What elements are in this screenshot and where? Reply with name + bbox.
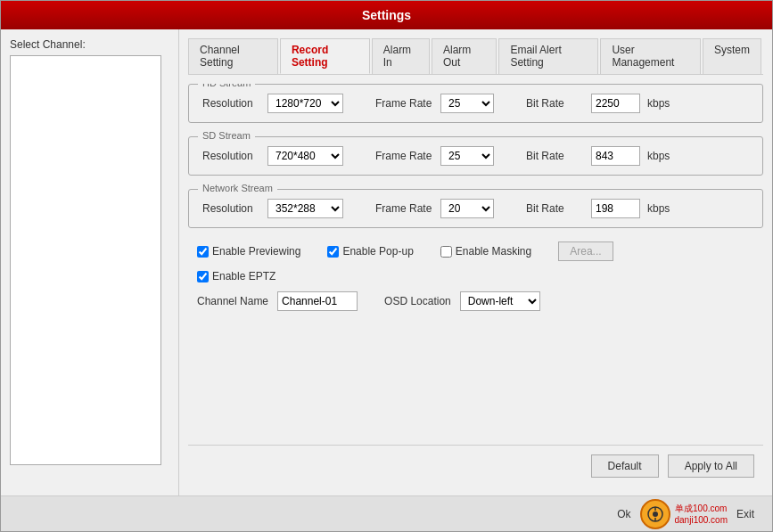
settings-window: Settings Select Channel: Channel Setting… <box>0 0 773 532</box>
default-button[interactable]: Default <box>591 454 659 478</box>
net-bitrate-label: Bit Rate <box>526 202 584 215</box>
hd-resolution-label: Resolution <box>202 97 260 110</box>
osd-location-select[interactable]: Down-left Down-right Up-left Up-right <box>460 291 540 311</box>
logo-icon <box>640 499 670 529</box>
area-button[interactable]: Area... <box>558 241 613 261</box>
tab-channel-setting[interactable]: Channel Setting <box>188 38 278 74</box>
enable-popup-item: Enable Pop-up <box>327 245 413 258</box>
sd-resolution-select[interactable]: 720*480 640*480 320*240 <box>267 146 343 166</box>
enable-popup-label: Enable Pop-up <box>342 245 413 258</box>
main-panel: Channel Setting Record Setting Alarm In … <box>179 29 772 495</box>
network-stream-row: Resolution 352*288 320*240 176*144 Frame… <box>202 199 749 218</box>
bottom-buttons: Default Apply to All <box>188 445 763 487</box>
hd-bitrate-label: Bit Rate <box>526 97 584 110</box>
enable-previewing-checkbox[interactable] <box>197 246 209 258</box>
channel-name-label: Channel Name <box>197 295 268 307</box>
channel-name-input[interactable] <box>277 291 358 311</box>
sd-stream-title: SD Stream <box>198 130 255 141</box>
enable-previewing-label: Enable Previewing <box>212 245 300 258</box>
hd-framerate-select[interactable]: 25 15 10 <box>440 94 494 113</box>
settings-content: HD Stream Resolution 1280*720 1920*1080 … <box>188 84 763 445</box>
net-bitrate-unit: kbps <box>647 202 670 215</box>
enable-masking-item: Enable Masking <box>440 245 531 258</box>
options-row-2: Enable EPTZ <box>188 270 763 282</box>
hd-bitrate-unit: kbps <box>647 97 670 110</box>
tab-system[interactable]: System <box>703 38 761 74</box>
tab-bar: Channel Setting Record Setting Alarm In … <box>188 38 763 75</box>
sd-stream-group: SD Stream Resolution 720*480 640*480 320… <box>188 136 763 176</box>
exit-button[interactable]: Exit <box>736 508 754 520</box>
hd-framerate-label: Frame Rate <box>375 97 433 110</box>
net-framerate-label: Frame Rate <box>375 202 433 215</box>
watermark-text: 单成100.com danji100.com <box>675 503 728 526</box>
sd-framerate-label: Frame Rate <box>375 150 433 162</box>
enable-masking-checkbox[interactable] <box>440 246 452 258</box>
sd-framerate-select[interactable]: 25 15 10 <box>440 146 494 166</box>
channel-list[interactable] <box>10 55 161 465</box>
hd-stream-group: HD Stream Resolution 1280*720 1920*1080 … <box>188 84 763 123</box>
apply-to-all-button[interactable]: Apply to All <box>668 454 754 478</box>
net-bitrate-input[interactable] <box>591 199 640 218</box>
tab-alarm-out[interactable]: Alarm Out <box>432 38 497 74</box>
sd-stream-row: Resolution 720*480 640*480 320*240 Frame… <box>202 146 749 166</box>
enable-eptz-checkbox[interactable] <box>197 271 209 282</box>
hd-stream-title: HD Stream <box>198 84 255 88</box>
footer-logo: 单成100.com danji100.com <box>640 499 728 529</box>
options-row-1: Enable Previewing Enable Pop-up Enable M… <box>188 241 763 261</box>
tab-user-mgmt[interactable]: User Management <box>600 38 701 74</box>
net-resolution-select[interactable]: 352*288 320*240 176*144 <box>267 199 343 218</box>
footer-bar: Ok 单成100.com danji100.com Exit <box>1 495 772 531</box>
channel-label: Select Channel: <box>10 38 169 51</box>
tab-record-setting[interactable]: Record Setting <box>280 38 370 74</box>
hd-resolution-select[interactable]: 1280*720 1920*1080 640*480 <box>267 94 343 113</box>
network-stream-group: Network Stream Resolution 352*288 320*24… <box>188 189 763 228</box>
ok-button[interactable]: Ok <box>617 508 630 520</box>
osd-location-label: OSD Location <box>384 295 451 307</box>
tab-alarm-in[interactable]: Alarm In <box>372 38 430 74</box>
hd-bitrate-input[interactable] <box>591 94 640 113</box>
tab-email-alert[interactable]: Email Alert Setting <box>498 38 598 74</box>
svg-point-1 <box>653 512 658 517</box>
sidebar: Select Channel: <box>1 29 179 495</box>
net-framerate-select[interactable]: 20 15 10 <box>440 199 494 218</box>
title-bar: Settings <box>1 1 772 29</box>
enable-eptz-label: Enable EPTZ <box>212 270 275 282</box>
window-title: Settings <box>362 8 411 22</box>
net-resolution-label: Resolution <box>202 202 260 215</box>
enable-eptz-item: Enable EPTZ <box>197 270 275 282</box>
enable-masking-label: Enable Masking <box>456 245 531 258</box>
sd-resolution-label: Resolution <box>202 150 260 162</box>
sd-bitrate-label: Bit Rate <box>526 150 584 162</box>
sd-bitrate-unit: kbps <box>647 150 670 162</box>
channel-name-row: Channel Name OSD Location Down-left Down… <box>188 291 763 311</box>
enable-popup-checkbox[interactable] <box>327 246 339 258</box>
network-stream-title: Network Stream <box>198 183 277 193</box>
hd-stream-row: Resolution 1280*720 1920*1080 640*480 Fr… <box>202 94 749 113</box>
enable-previewing-item: Enable Previewing <box>197 245 300 258</box>
content-area: Select Channel: Channel Setting Record S… <box>1 29 772 495</box>
sd-bitrate-input[interactable] <box>591 146 640 166</box>
